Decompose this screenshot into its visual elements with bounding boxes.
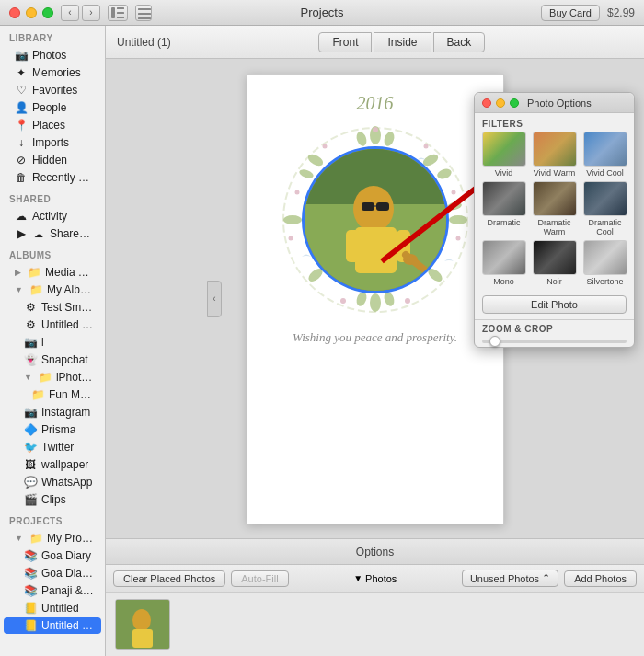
sidebar-item-untitled[interactable]: 📒Untitled [4, 600, 101, 616]
svg-point-31 [322, 144, 327, 148]
whatsapp-icon: 💬 [24, 476, 37, 489]
clips-icon: 🎬 [24, 493, 37, 506]
sidebar-item-activity[interactable]: ☁Activity [4, 208, 101, 224]
unused-photos-dropdown[interactable]: Unused Photos ⌃ [462, 570, 558, 587]
sidebar-item-twitter[interactable]: 🐦Twitter [4, 439, 101, 455]
sidebar-item-snapchat[interactable]: 👻Snapchat [4, 351, 101, 368]
library-section-header: Library [0, 26, 105, 46]
sidebar-item-l[interactable]: 📷l [4, 334, 101, 351]
panel-minimize-dot[interactable] [496, 98, 505, 108]
sidebar-item-test-smart[interactable]: ⚙Test Smart... [4, 299, 101, 316]
disclosure-icon: ▶ [15, 268, 21, 277]
filter-mono[interactable]: Mono [480, 240, 527, 286]
albums-section-header: Albums [0, 243, 105, 263]
options-bar[interactable]: Options [106, 538, 644, 564]
sidebar-toggle-button[interactable] [108, 5, 128, 21]
document-title: Untitled (1) [117, 36, 171, 49]
smart-album-icon: ⚙ [24, 318, 37, 331]
svg-rect-2 [117, 12, 124, 14]
tab-front[interactable]: Front [318, 32, 372, 52]
sidebar-item-imports[interactable]: ↓Imports [4, 134, 101, 151]
tab-inside[interactable]: Inside [374, 32, 431, 52]
sidebar-item-photos[interactable]: 📷Photos [4, 47, 101, 63]
canvas-area[interactable]: ‹ 2016 [106, 59, 644, 538]
sidebar-item-places[interactable]: 📍Places [4, 117, 101, 133]
imports-icon: ↓ [15, 136, 28, 149]
forward-nav-button[interactable]: › [82, 5, 100, 21]
auto-fill-button[interactable]: Auto-Fill [231, 570, 288, 587]
sidebar-item-hidden[interactable]: ⊘Hidden [4, 152, 101, 168]
panel-expand-dot[interactable] [510, 98, 519, 108]
filter-dramatic-warm[interactable]: Dramatic Warm [531, 181, 578, 236]
view-toggle-button[interactable] [135, 5, 152, 21]
sidebar-item-instagram[interactable]: 📷Instagram [4, 404, 101, 420]
svg-rect-48 [132, 629, 153, 648]
filter-vivid-warm[interactable]: Vivid Warm [531, 132, 578, 178]
maximize-button[interactable] [42, 7, 53, 18]
card-year: 2016 [357, 93, 394, 114]
svg-point-47 [132, 609, 151, 631]
panel-close-dot[interactable] [482, 98, 491, 108]
close-button[interactable] [9, 7, 20, 18]
book-icon: 📚 [24, 549, 37, 562]
svg-point-17 [354, 290, 368, 306]
card-greeting: Wishing you peace and prosperity. [293, 330, 457, 345]
sidebar-item-wallpaper[interactable]: 🖼wallpaper [4, 456, 101, 473]
add-photos-button[interactable]: Add Photos [564, 570, 637, 587]
hidden-icon: ⊘ [15, 154, 28, 167]
sidebar-item-panaji[interactable]: 📚Panaji & Bar... [4, 582, 101, 599]
sidebar-item-goa-diary-1[interactable]: 📚Goa Diary (1) [4, 565, 101, 581]
sidebar-collapse-button[interactable]: ‹ [207, 281, 222, 317]
disclosure-icon: ▼ [15, 534, 23, 543]
filter-vivid[interactable]: Vivid [480, 132, 527, 178]
filter-silvertone-thumb [583, 240, 627, 275]
sidebar-item-fun-moments[interactable]: 📁Fun Moments [4, 386, 101, 403]
sidebar-item-prisma[interactable]: 🔷Prisma [4, 421, 101, 438]
sidebar-item-my-albums[interactable]: ▼ 📁 My Albums [4, 282, 101, 298]
folder-icon: 📁 [29, 532, 42, 545]
filter-mono-thumb [482, 240, 526, 275]
sidebar-item-shared-albums[interactable]: ▶ ☁ Shared Albums [4, 225, 101, 242]
prisma-icon: 🔷 [24, 423, 37, 436]
strip-photo-1[interactable] [115, 599, 170, 650]
filters-section-label: FILTERS [475, 113, 634, 132]
sidebar-item-my-projects[interactable]: ▼ 📁 My Projects [4, 530, 101, 547]
filter-dramatic[interactable]: Dramatic [480, 181, 527, 236]
filter-vivid-cool[interactable]: Vivid Cool [581, 132, 628, 178]
sidebar-item-goa-diary[interactable]: 📚Goa Diary [4, 547, 101, 564]
minimize-button[interactable] [26, 7, 37, 18]
tab-back[interactable]: Back [433, 32, 486, 52]
shared-albums-cloud-icon: ☁ [32, 229, 45, 239]
svg-rect-6 [138, 17, 151, 19]
sidebar-item-untitled-smart[interactable]: ⚙Untitled Sm... [4, 316, 101, 333]
card-photo-circle[interactable] [302, 146, 449, 293]
svg-rect-1 [117, 7, 124, 9]
filter-silvertone[interactable]: Silvertone [581, 240, 628, 286]
edit-photo-button[interactable]: Edit Photo [482, 295, 627, 314]
buy-card-button[interactable]: Buy Card [541, 5, 600, 21]
back-nav-button[interactable]: ‹ [61, 5, 79, 21]
slider-thumb[interactable] [489, 336, 500, 347]
sidebar-item-people[interactable]: 👤People [4, 99, 101, 116]
sidebar-item-untitled-1[interactable]: 📒Untitled (1) [4, 617, 101, 634]
filter-dramatic-cool[interactable]: Dramatic Cool [581, 181, 628, 236]
strip-photos-area [106, 593, 644, 656]
options-label: Options [356, 546, 394, 558]
panel-title: Photo Options [527, 98, 592, 109]
sidebar-item-iphoto-events[interactable]: ▼ 📁 iPhoto Events [4, 369, 101, 386]
sidebar-item-favorites[interactable]: ♡Favorites [4, 82, 101, 98]
sidebar-item-media-types[interactable]: ▶ 📁 Media Types [4, 264, 101, 281]
svg-point-18 [382, 290, 396, 306]
clear-placed-photos-button[interactable]: Clear Placed Photos [113, 570, 225, 587]
svg-point-26 [405, 298, 410, 304]
sidebar-item-whatsapp[interactable]: 💬WhatsApp [4, 474, 101, 490]
sidebar-item-memories[interactable]: ✦Memories [4, 64, 101, 81]
sidebar-item-clips[interactable]: 🎬Clips [4, 491, 101, 508]
slider-track [482, 340, 627, 343]
zoom-slider[interactable] [475, 336, 634, 347]
svg-point-25 [455, 236, 460, 240]
sidebar-item-recently-deleted[interactable]: 🗑Recently Delet... [4, 169, 101, 186]
traffic-lights [9, 7, 53, 18]
filter-vivid-cool-label: Vivid Cool [586, 168, 623, 178]
filter-noir[interactable]: Noir [531, 240, 578, 286]
